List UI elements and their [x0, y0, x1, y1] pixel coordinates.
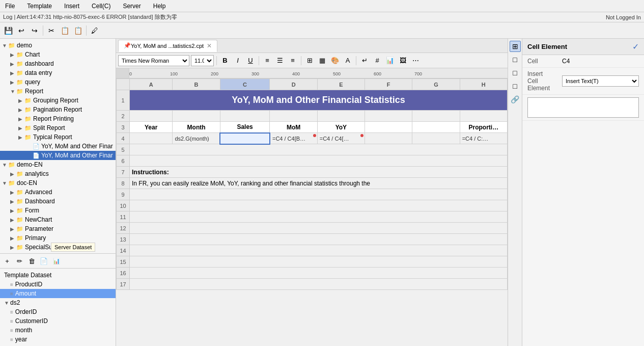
- col-header-c[interactable]: C: [220, 79, 270, 90]
- cell-b2[interactable]: [173, 111, 220, 122]
- sidebar-item-parameter[interactable]: ▶ 📁 Parameter: [0, 224, 116, 233]
- font-color-btn[interactable]: A: [342, 55, 353, 66]
- font-size-select[interactable]: 11.0: [191, 55, 214, 66]
- cell-h3[interactable]: Proporti…: [460, 122, 507, 133]
- add-dataset-btn[interactable]: +: [2, 255, 13, 267]
- sidebar-item-demo[interactable]: ▼ 📁 demo: [0, 41, 116, 50]
- sidebar-item-split-report[interactable]: ▶ 📁 Split Report: [0, 123, 116, 132]
- merge-btn[interactable]: ⊞: [304, 55, 315, 66]
- undo-btn[interactable]: ↩: [15, 24, 27, 37]
- menu-server[interactable]: Server: [121, 2, 143, 11]
- cell-c3[interactable]: Sales: [220, 122, 270, 133]
- col-header-h[interactable]: H: [460, 79, 507, 90]
- tab-main[interactable]: 📌 YoY, MoM and ...tatistics2.cpt ✕: [118, 40, 217, 52]
- insert-select[interactable]: Insert Text(T): [562, 75, 639, 87]
- cell-a4[interactable]: [130, 133, 173, 144]
- paste-btn[interactable]: 📋: [72, 24, 84, 37]
- cell-a14[interactable]: [130, 245, 508, 256]
- cell-g4[interactable]: [412, 133, 460, 144]
- sidebar-item-dashboard[interactable]: ▶ 📁 dashboard: [0, 59, 116, 68]
- cell-a6[interactable]: [130, 155, 508, 167]
- redo-btn[interactable]: ↪: [29, 24, 41, 37]
- copy-btn[interactable]: 📋: [59, 24, 71, 37]
- menu-insert[interactable]: Insert: [62, 2, 81, 11]
- panel-btn-2[interactable]: □: [510, 67, 521, 78]
- sidebar-item-advanced[interactable]: ▶ 📁 Advanced: [0, 188, 116, 197]
- sidebar-item-report[interactable]: ▼ 📁 Report: [0, 87, 116, 96]
- panel-btn-3[interactable]: □: [510, 81, 521, 92]
- cut-btn[interactable]: ✂: [45, 24, 58, 37]
- cell-g3[interactable]: [412, 122, 460, 133]
- dataset-year[interactable]: ≡ year: [0, 335, 116, 344]
- cell-a13[interactable]: [130, 234, 508, 245]
- cell-a5[interactable]: [130, 144, 508, 155]
- format-painter-btn[interactable]: 🖊: [89, 24, 101, 37]
- border-btn[interactable]: ▦: [317, 55, 328, 66]
- edit-dataset-btn[interactable]: ✏: [14, 255, 25, 267]
- more-btn[interactable]: ⋯: [410, 55, 421, 66]
- sidebar-item-yoy1[interactable]: 📄 YoY, MoM and Other Finar: [0, 142, 116, 151]
- sidebar-item-newchart[interactable]: ▶ 📁 NewChart: [0, 215, 116, 224]
- cell-d2[interactable]: [270, 111, 317, 122]
- cell-a15[interactable]: [130, 256, 508, 268]
- cell-c4[interactable]: [220, 133, 270, 144]
- italic-btn[interactable]: I: [232, 55, 243, 66]
- dataset-customerid[interactable]: ≡ CustomerID: [0, 316, 116, 326]
- sidebar-item-grouping-report[interactable]: ▶ 📁 Grouping Report: [0, 96, 116, 105]
- sidebar-item-dataentry[interactable]: ▶ 📁 data entry: [0, 68, 116, 77]
- sidebar-item-chart[interactable]: ▶ 📁 Chart: [0, 50, 116, 59]
- copy-dataset-btn[interactable]: 📄: [38, 255, 49, 267]
- tab-close-btn[interactable]: ✕: [207, 42, 212, 49]
- cell-f4[interactable]: [365, 133, 412, 144]
- menu-cell[interactable]: Cell(C): [90, 2, 113, 11]
- cell-a17[interactable]: [130, 279, 508, 290]
- cell-d3[interactable]: MoM: [270, 122, 317, 133]
- cell-a12[interactable]: [130, 223, 508, 234]
- title-cell[interactable]: YoY, MoM and Other Financial Statistics: [130, 90, 508, 111]
- cell-a7[interactable]: Instructions:: [130, 167, 508, 178]
- sidebar-item-analytics[interactable]: ▶ 📁 analytics: [0, 169, 116, 178]
- delete-dataset-btn[interactable]: 🗑: [26, 255, 37, 267]
- cell-e3[interactable]: YoY: [317, 122, 365, 133]
- sidebar-item-primary[interactable]: ▶ 📁 Primary: [0, 233, 116, 243]
- sidebar-item-query[interactable]: ▶ 📁 query: [0, 77, 116, 87]
- menu-file[interactable]: File: [3, 2, 17, 11]
- sidebar-item-demo-en[interactable]: ▼ 📁 demo-EN: [0, 160, 116, 169]
- cell-a3[interactable]: Year: [130, 122, 173, 133]
- cell-f2[interactable]: [365, 111, 412, 122]
- cell-b4[interactable]: ds2.G(month): [173, 133, 220, 144]
- cell-a16[interactable]: [130, 268, 508, 279]
- font-name-select[interactable]: Times New Roman: [118, 55, 189, 66]
- col-header-g[interactable]: G: [412, 79, 460, 90]
- grid-view-btn[interactable]: ⊞: [510, 41, 521, 52]
- cell-d4[interactable]: =C4 / C4[B…: [270, 133, 317, 144]
- cell-e2[interactable]: [317, 111, 365, 122]
- cell-h4[interactable]: =C4 / C:…: [460, 133, 507, 144]
- cell-a10[interactable]: [130, 200, 508, 211]
- cell-a2[interactable]: [130, 111, 173, 122]
- col-header-e[interactable]: E: [317, 79, 365, 90]
- sidebar-item-doc-en[interactable]: ▼ 📁 doc-EN: [0, 178, 116, 188]
- col-header-a[interactable]: A: [130, 79, 173, 90]
- dataset-amount[interactable]: ≡ Amount: [0, 289, 116, 298]
- sidebar-item-yoy2[interactable]: 📄 YoY, MoM and Other Finar: [0, 151, 116, 160]
- spreadsheet-container[interactable]: A B C D E F G H 1 YoY, MoM: [116, 78, 508, 346]
- dataset-orderid[interactable]: ≡ OrderID: [0, 307, 116, 316]
- cell-e4[interactable]: =C4 / C4[…: [317, 133, 365, 144]
- dataset-ds2[interactable]: ▼ ds2: [0, 298, 116, 307]
- dataset-month[interactable]: ≡ month: [0, 326, 116, 335]
- cell-g2[interactable]: [412, 111, 460, 122]
- cell-b3[interactable]: Month: [173, 122, 220, 133]
- cell-c2[interactable]: [220, 111, 270, 122]
- cell-f3[interactable]: [365, 122, 412, 133]
- panel-btn-1[interactable]: □: [510, 54, 521, 65]
- sidebar-item-pagination-report[interactable]: ▶ 📁 Pagination Report: [0, 105, 116, 114]
- cell-h2[interactable]: [460, 111, 507, 122]
- bold-btn[interactable]: B: [219, 55, 231, 66]
- underline-btn[interactable]: U: [245, 55, 256, 66]
- save-btn[interactable]: 💾: [2, 24, 14, 37]
- fill-color-btn[interactable]: 🎨: [329, 55, 341, 66]
- chart-btn[interactable]: 📊: [384, 55, 396, 66]
- property-check-btn[interactable]: ✓: [632, 42, 639, 51]
- cell-a11[interactable]: [130, 211, 508, 223]
